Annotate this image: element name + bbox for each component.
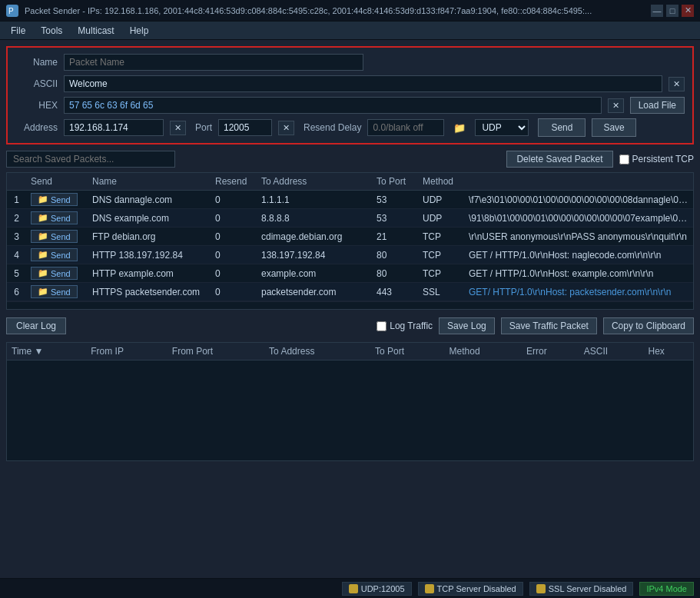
hex-row: HEX 57 65 6c 63 6f 6d 65 ✕ Load File (15, 97, 685, 114)
protocol-select[interactable]: UDP TCP SSL (475, 119, 529, 136)
row-to-port: 80 (372, 246, 418, 264)
log-col-from-ip: From IP (86, 343, 168, 360)
col-send: Send (26, 173, 88, 191)
log-col-time[interactable]: Time ▼ (7, 343, 86, 360)
log-col-from-port: From Port (168, 343, 264, 360)
menu-help[interactable]: Help (122, 24, 157, 38)
log-col-to-port: To Port (370, 343, 445, 360)
send-row-button[interactable]: 📁 Send (31, 248, 78, 261)
load-file-button[interactable]: Load File (630, 97, 685, 114)
port-clear-button[interactable]: ✕ (278, 121, 294, 135)
folder-icon: 📁 (38, 194, 48, 204)
send-cell[interactable]: 📁 Send (26, 264, 88, 283)
send-row-button[interactable]: 📁 Send (31, 285, 78, 298)
row-number: 6 (7, 283, 26, 301)
row-method: TCP (418, 228, 464, 246)
clear-log-button[interactable]: Clear Log (6, 317, 66, 334)
send-cell[interactable]: 📁 Send (26, 246, 88, 264)
table-row[interactable]: 2 📁 Send DNS example.com 0 8.8.8.8 53 UD… (7, 209, 693, 228)
row-method: SSL (418, 283, 464, 301)
send-row-button[interactable]: 📁 Send (31, 230, 78, 243)
port-input[interactable] (218, 119, 272, 136)
row-method: UDP (418, 191, 464, 209)
port-label: Port (195, 122, 212, 133)
menu-file[interactable]: File (3, 24, 33, 38)
table-row[interactable]: 4 📁 Send HTTP 138.197.192.84 0 138.197.1… (7, 246, 693, 264)
row-to-address: example.com (257, 264, 372, 283)
persistent-tcp-checkbox[interactable] (619, 154, 629, 164)
resend-input[interactable] (367, 119, 444, 136)
row-to-port: 443 (372, 283, 418, 301)
log-col-hex: Hex (644, 343, 693, 360)
log-table-container: Time ▼ From IP From Port To Address To P… (6, 342, 694, 461)
col-resend: Resend (211, 173, 257, 191)
address-input[interactable] (64, 119, 164, 136)
send-row-button[interactable]: 📁 Send (31, 193, 78, 206)
row-resend: 0 (211, 283, 257, 301)
maximize-button[interactable]: □ (666, 5, 678, 17)
tcp-status: TCP Server Disabled (418, 582, 523, 596)
row-resend: 0 (211, 191, 257, 209)
row-method: TCP (418, 264, 464, 283)
tcp-icon (425, 584, 434, 593)
packets-h-scrollbar[interactable] (7, 301, 693, 309)
search-input[interactable] (6, 151, 175, 168)
log-table: Time ▼ From IP From Port To Address To P… (7, 343, 693, 460)
delete-saved-button[interactable]: Delete Saved Packet (506, 151, 612, 168)
save-log-button[interactable]: Save Log (439, 317, 495, 334)
row-data: GET / HTTP/1.0\r\nHost: example.com\r\n\… (464, 264, 693, 283)
row-data: \r\nUSER anonymous\r\nPASS anonymous\r\n… (464, 228, 693, 246)
address-clear-button[interactable]: ✕ (170, 121, 186, 135)
hex-clear-button[interactable]: ✕ (608, 98, 624, 113)
minimize-button[interactable]: — (651, 5, 663, 17)
row-name: FTP debian.org (88, 228, 211, 246)
ascii-label: ASCII (15, 78, 58, 89)
name-label: Name (15, 57, 58, 68)
table-row[interactable]: 6 📁 Send HTTPS packetsender.com 0 packet… (7, 283, 693, 301)
send-row-button[interactable]: 📁 Send (31, 267, 78, 280)
menubar: File Tools Multicast Help (0, 22, 700, 40)
resend-label: Resend Delay (304, 122, 361, 133)
ascii-input[interactable] (64, 75, 662, 92)
statusbar: UDP:12005 TCP Server Disabled SSL Server… (0, 578, 700, 598)
log-traffic-checkbox[interactable] (377, 321, 386, 331)
ipv4-label: IPv4 Mode (646, 584, 687, 593)
save-button[interactable]: Save (592, 118, 635, 137)
log-col-to-address: To Address (264, 343, 370, 360)
table-row[interactable]: 5 📁 Send HTTP example.com 0 example.com … (7, 264, 693, 283)
table-row[interactable]: 3 📁 Send FTP debian.org 0 cdimage.debian… (7, 228, 693, 246)
name-input[interactable] (64, 54, 363, 71)
folder-icon: 📁 (38, 268, 48, 278)
row-to-address: 138.197.192.84 (257, 246, 372, 264)
folder-icon: 📁 (38, 213, 48, 223)
ipv4-status: IPv4 Mode (639, 582, 694, 596)
send-button[interactable]: Send (538, 118, 586, 137)
send-cell[interactable]: 📁 Send (26, 209, 88, 228)
send-cell[interactable]: 📁 Send (26, 191, 88, 209)
log-traffic-container: Log Traffic (377, 321, 433, 331)
close-button[interactable]: ✕ (682, 5, 694, 17)
row-data: GET/ HTTP/1.0\r\nHost: packetsender.com\… (464, 283, 693, 301)
table-row[interactable]: 1 📁 Send DNS dannagle.com 0 1.1.1.1 53 U… (7, 191, 693, 209)
titlebar: P Packet Sender - IPs: 192.168.1.186, 20… (0, 0, 700, 22)
menu-tools[interactable]: Tools (33, 24, 70, 38)
row-data: \f7\e3\01\00\00\01\00\00\00\00\00\00\08d… (464, 191, 693, 209)
search-bar: Delete Saved Packet Persistent TCP (6, 151, 694, 168)
send-row-button[interactable]: 📁 Send (31, 211, 78, 224)
copy-clipboard-button[interactable]: Copy to Clipboard (603, 317, 694, 334)
row-to-port: 80 (372, 264, 418, 283)
name-row: Name (15, 54, 685, 71)
menu-multicast[interactable]: Multicast (70, 24, 121, 38)
col-to-address: To Address (257, 173, 372, 191)
save-traffic-button[interactable]: Save Traffic Packet (501, 317, 597, 334)
send-cell[interactable]: 📁 Send (26, 283, 88, 301)
send-cell[interactable]: 📁 Send (26, 228, 88, 246)
ascii-clear-button[interactable]: ✕ (668, 77, 685, 91)
packets-table-scroll[interactable]: Send Name Resend To Address To Port Meth… (7, 173, 693, 301)
ssl-icon (536, 584, 546, 593)
row-resend: 0 (211, 246, 257, 264)
hex-display: 57 65 6c 63 6f 6d 65 (64, 97, 602, 114)
tcp-label: TCP Server Disabled (437, 584, 516, 593)
row-name: DNS example.com (88, 209, 211, 228)
ssl-label: SSL Server Disabled (549, 584, 627, 593)
